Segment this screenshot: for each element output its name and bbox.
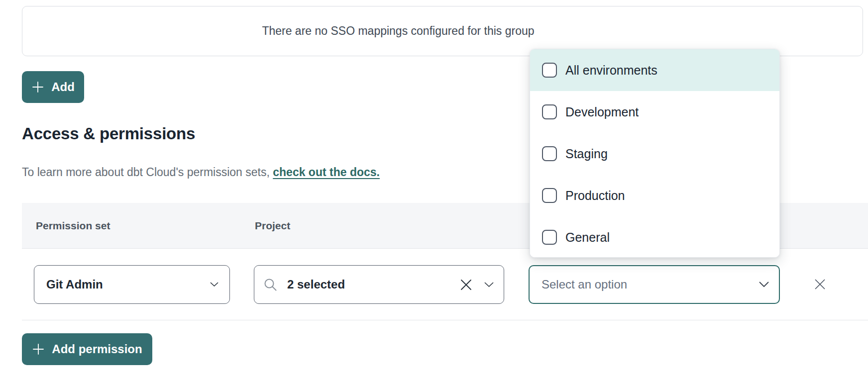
environment-select[interactable]: Select an option	[529, 265, 780, 304]
option-label: Development	[565, 105, 639, 119]
dropdown-option-all-environments[interactable]: All environments	[530, 49, 779, 91]
checkbox-unchecked-icon[interactable]	[542, 104, 557, 119]
column-header-permission-set: Permission set	[36, 220, 110, 232]
environment-placeholder: Select an option	[542, 278, 627, 291]
project-selected-count: 2 selected	[287, 278, 345, 291]
checkbox-unchecked-icon[interactable]	[542, 63, 557, 78]
add-button-label: Add	[51, 80, 75, 94]
column-header-project: Project	[255, 220, 290, 232]
option-label: General	[565, 230, 610, 245]
add-permission-button-label: Add permission	[52, 342, 142, 356]
checkbox-unchecked-icon[interactable]	[542, 230, 557, 245]
option-label: All environments	[565, 63, 657, 78]
permission-set-select[interactable]: Git Admin	[34, 265, 230, 304]
page-title: Access & permissions	[22, 124, 195, 143]
dropdown-option-production[interactable]: Production	[530, 175, 779, 216]
dropdown-option-general[interactable]: General	[530, 216, 779, 258]
add-permission-button[interactable]: Add permission	[22, 333, 152, 365]
dropdown-option-development[interactable]: Development	[530, 91, 779, 133]
dropdown-option-staging[interactable]: Staging	[530, 133, 779, 175]
docs-link[interactable]: check out the docs.	[273, 166, 380, 179]
section-description: To learn more about dbt Cloud's permissi…	[22, 166, 380, 179]
chevron-down-icon	[210, 282, 218, 287]
remove-icon	[814, 279, 826, 290]
sso-empty-message: There are no SSO mappings configured for…	[262, 24, 534, 38]
clear-selection-icon[interactable]	[460, 279, 472, 291]
project-multiselect[interactable]: 2 selected	[254, 265, 504, 304]
plus-icon	[32, 343, 45, 356]
remove-permission-row-button[interactable]	[809, 274, 830, 294]
plus-icon	[31, 81, 44, 94]
row-divider	[22, 320, 868, 320]
checkbox-unchecked-icon[interactable]	[542, 188, 557, 203]
add-sso-mapping-button[interactable]: Add	[22, 71, 84, 103]
group-settings-page: There are no SSO mappings configured for…	[0, 0, 868, 384]
permission-set-value: Git Admin	[46, 278, 103, 291]
checkbox-unchecked-icon[interactable]	[542, 146, 557, 161]
option-label: Production	[565, 189, 625, 203]
option-label: Staging	[565, 147, 608, 161]
description-text: To learn more about dbt Cloud's permissi…	[22, 166, 273, 179]
chevron-down-icon	[759, 282, 769, 288]
chevron-down-icon	[484, 282, 494, 288]
search-icon	[263, 278, 278, 292]
environment-dropdown-menu: All environments Development Staging Pro…	[530, 49, 780, 258]
